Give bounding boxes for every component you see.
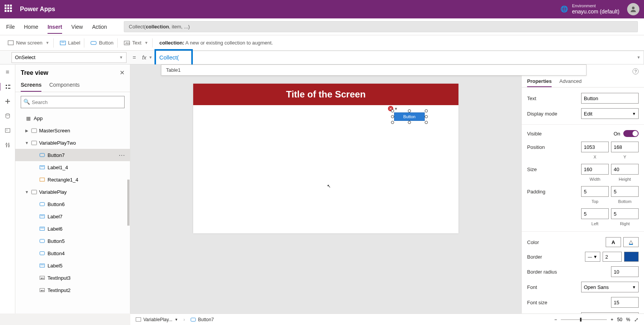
caret-icon[interactable]: ▼ — [25, 190, 29, 194]
prop-border-width-input[interactable] — [603, 252, 622, 262]
prop-fill-color-button[interactable] — [623, 237, 639, 247]
svg-point-8 — [7, 130, 7, 130]
prop-width-input[interactable] — [581, 164, 609, 175]
prop-pos-y-input[interactable] — [611, 142, 639, 152]
insert-label-button[interactable]: Label — [56, 38, 85, 48]
caret-icon[interactable]: ▼ — [25, 141, 29, 145]
tree-item[interactable]: Label1_4 — [15, 161, 130, 173]
prop-pad-right-input[interactable] — [611, 208, 639, 219]
menu-file[interactable]: File — [6, 20, 15, 34]
property-selector[interactable]: OnSelect▼ — [12, 52, 127, 63]
app-launcher-icon[interactable] — [5, 5, 14, 14]
tree-item[interactable]: abcTextInput2 — [15, 284, 130, 296]
new-screen-button[interactable]: New screen▼ — [4, 38, 54, 48]
breadcrumb-screen[interactable]: VariablePlay... ▼ — [136, 317, 178, 322]
tree-item[interactable]: ▼VariablePlay — [15, 186, 130, 198]
prop-pad-bottom-input[interactable] — [611, 186, 639, 197]
menu-action[interactable]: Action — [92, 20, 107, 34]
tree-item[interactable]: Rectangle1_4 — [15, 173, 130, 186]
lbl-icon — [39, 213, 45, 219]
expand-icon[interactable]: ⤢ — [634, 317, 639, 323]
rail-media-icon[interactable] — [4, 127, 12, 134]
avatar[interactable] — [627, 3, 639, 15]
lbl-icon — [39, 226, 45, 232]
menu-home[interactable]: Home — [24, 20, 38, 34]
scrollbar-thumb[interactable] — [127, 180, 130, 226]
zoom-out-button[interactable]: − — [554, 317, 557, 322]
breadcrumb-control[interactable]: Button7 — [191, 317, 214, 322]
tree-item[interactable]: Label7 — [15, 210, 130, 223]
tree-item[interactable]: Button4 — [15, 247, 130, 259]
svg-text:abc: abc — [41, 289, 44, 292]
rail-tree-view-icon[interactable] — [0, 83, 15, 91]
tree-item[interactable]: Button6 — [15, 198, 130, 210]
chevron-down-icon: ▼ — [46, 41, 49, 45]
prop-border-style-select[interactable]: — ▼ — [585, 252, 600, 262]
tree-item-label: Rectangle1_4 — [48, 177, 78, 183]
zoom-slider[interactable] — [561, 319, 607, 320]
insert-text-button[interactable]: Abc Text▼ — [120, 38, 153, 48]
caret-icon[interactable]: ▶ — [25, 129, 29, 133]
tree-item[interactable]: abcTextInput3 — [15, 272, 130, 284]
tree-item-app[interactable]: ▦ App — [15, 112, 130, 124]
tree-item[interactable]: Label5 — [15, 259, 130, 272]
more-icon[interactable]: ··· — [119, 152, 125, 158]
tab-properties[interactable]: Properties — [527, 76, 552, 87]
formula-bar: OnSelect▼ = fx ▼ Collect( ▼ — [0, 51, 644, 64]
rail-data-icon[interactable] — [4, 112, 12, 120]
chevron-down-icon: ▼ — [119, 55, 123, 59]
menu-view[interactable]: View — [71, 20, 83, 34]
canvas-area[interactable]: Title of the Screen ✕ ▼ Button ↖ — [130, 64, 521, 313]
rail-advanced-icon[interactable] — [4, 141, 12, 149]
prop-font-select[interactable]: Open Sans▼ — [581, 282, 639, 292]
zoom-in-button[interactable]: + — [611, 317, 613, 322]
tree-search-input[interactable] — [21, 96, 125, 108]
tree-item-label: Button7 — [48, 152, 65, 158]
prop-padding-label: Padding — [527, 189, 545, 195]
btn-icon — [39, 238, 45, 244]
close-icon[interactable]: ✕ — [120, 69, 125, 76]
equals-label: = — [127, 54, 142, 61]
insert-button-button[interactable]: Button — [87, 38, 118, 48]
chevron-down-icon: ▼ — [632, 285, 636, 289]
prop-fontsize-label: Font size — [527, 300, 547, 305]
svg-point-9 — [6, 144, 7, 145]
tree-item[interactable]: ▼VariablePlayTwo — [15, 137, 130, 149]
prop-pad-top-input[interactable] — [581, 186, 609, 197]
tab-components[interactable]: Components — [49, 79, 79, 92]
rail-insert-icon[interactable] — [4, 97, 12, 105]
zoom-value: 50 — [617, 317, 622, 322]
formula-suggest-item[interactable]: Table1 — [161, 64, 586, 76]
menu-insert[interactable]: Insert — [48, 20, 62, 34]
prop-visible-toggle[interactable] — [623, 130, 639, 137]
btn-icon — [39, 152, 45, 158]
prop-border-color-swatch[interactable] — [624, 252, 639, 262]
selection-handles[interactable] — [391, 109, 428, 124]
svg-point-0 — [632, 7, 635, 9]
formula-input[interactable]: Collect( — [156, 53, 644, 63]
prop-displaymode-select[interactable]: Edit▼ — [581, 108, 639, 119]
svg-rect-3 — [91, 41, 96, 45]
chevron-down-icon: ▼ — [175, 318, 178, 322]
prop-font-color-button[interactable]: A — [606, 237, 621, 247]
tab-advanced[interactable]: Advanced — [559, 76, 582, 87]
tree-item[interactable]: Label6 — [15, 223, 130, 235]
rail-hamburger-icon[interactable]: ≡ — [4, 68, 12, 76]
prop-radius-input[interactable] — [611, 266, 639, 277]
tree-item-label: Label7 — [48, 214, 62, 219]
txt-icon: abc — [39, 275, 45, 281]
prop-fontsize-input[interactable] — [611, 297, 639, 308]
help-icon[interactable]: ? — [632, 68, 639, 74]
formula-expand-icon[interactable]: ▼ — [637, 55, 641, 59]
environment-picker[interactable]: 🌐 Environment enayu.com (default) — [560, 3, 619, 15]
tree-item-label: TextInput2 — [48, 287, 71, 293]
tab-screens[interactable]: Screens — [21, 79, 41, 92]
prop-pad-left-input[interactable] — [581, 208, 609, 219]
tree-item[interactable]: Button5 — [15, 235, 130, 247]
fx-chevron-icon[interactable]: ▼ — [149, 55, 156, 59]
tree-item[interactable]: Button7··· — [15, 149, 130, 161]
prop-height-input[interactable] — [611, 164, 639, 175]
prop-pos-x-input[interactable] — [581, 142, 609, 152]
tree-item[interactable]: ▶MasterScreen — [15, 124, 130, 137]
prop-text-input[interactable] — [581, 93, 639, 104]
